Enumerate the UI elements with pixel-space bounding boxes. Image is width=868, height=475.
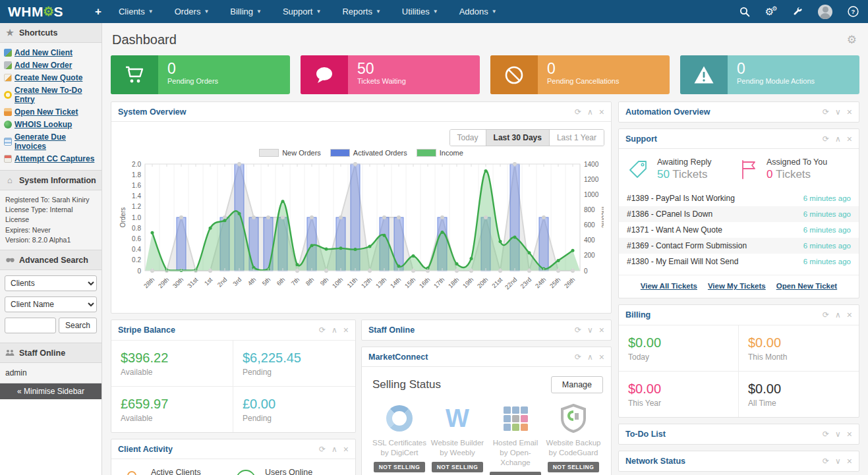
- automation-overview-title: Automation Overview: [625, 107, 710, 117]
- view-all-tickets-link[interactable]: View All Tickets: [641, 282, 697, 290]
- wrench-icon[interactable]: [792, 6, 803, 18]
- sidebar-item-add-new-client[interactable]: Add New Client: [3, 46, 99, 59]
- ticket-row[interactable]: #1371 - Want A New Quote6 minutes ago: [619, 222, 859, 238]
- tag-icon: [628, 159, 649, 180]
- sidebar-item-open-new-ticket[interactable]: Open New Ticket: [3, 105, 99, 118]
- minimise-sidebar-button[interactable]: « Minimise Sidebar: [0, 383, 101, 399]
- product-website-backup[interactable]: Website Backupby CodeGuard NOT SELLING: [545, 403, 602, 475]
- search-input[interactable]: [5, 318, 56, 333]
- dashboard-settings-icon[interactable]: ⚙: [847, 33, 857, 47]
- close-icon[interactable]: ×: [847, 310, 852, 320]
- expand-icon[interactable]: ∨: [587, 326, 593, 334]
- collapse-icon[interactable]: ∧: [587, 108, 593, 116]
- svg-text:28th: 28th: [142, 276, 156, 290]
- product-website-builder[interactable]: W Website Builderby Weebly NOT SELLING: [429, 403, 486, 475]
- advanced-search-header: Advanced Search: [0, 250, 101, 270]
- collapse-icon[interactable]: ∧: [835, 135, 841, 143]
- svg-text:3rd: 3rd: [231, 276, 243, 287]
- stat-card-pending-orders[interactable]: 0Pending Orders: [111, 55, 290, 94]
- sidebar-item-attempt-cc-captures[interactable]: Attempt CC Captures: [3, 152, 99, 165]
- stripe-balance-panel: Stripe Balance ⟳ ∧ × $396.22Available $6…: [111, 320, 356, 433]
- automation-gears-icon[interactable]: ⚙⚙: [765, 6, 777, 18]
- quick-add-button[interactable]: +: [88, 5, 108, 18]
- refresh-icon[interactable]: ⟳: [823, 457, 829, 465]
- sidebar-item-create-new-quote[interactable]: Create New Quote: [3, 71, 99, 84]
- sidebar-item-add-new-order[interactable]: Add New Order: [3, 59, 99, 71]
- svg-text:800: 800: [584, 206, 595, 213]
- svg-text:21st: 21st: [490, 275, 504, 289]
- open-new-ticket-link[interactable]: Open New Ticket: [776, 282, 837, 290]
- refresh-icon[interactable]: ⟳: [823, 135, 829, 143]
- stat-card-pending-module-actions[interactable]: 0Pending Module Actions: [680, 55, 859, 94]
- billing-this-year: $0.00This Year: [619, 372, 739, 417]
- svg-text:6th: 6th: [275, 276, 286, 287]
- menu-clients[interactable]: Clients▼: [108, 0, 164, 23]
- view-my-tickets-link[interactable]: View My Tickets: [708, 282, 766, 290]
- close-icon[interactable]: ×: [847, 457, 852, 466]
- ticket-row[interactable]: #1389 - PayPal Is Not Working6 minutes a…: [619, 190, 859, 206]
- close-icon[interactable]: ×: [599, 107, 604, 117]
- range-today-button[interactable]: Today: [450, 130, 486, 146]
- billing-this-month: $0.00This Month: [739, 325, 859, 372]
- menu-orders[interactable]: Orders▼: [164, 0, 220, 23]
- manage-button[interactable]: Manage: [551, 376, 603, 393]
- close-icon[interactable]: ×: [343, 325, 349, 335]
- refresh-icon[interactable]: ⟳: [319, 326, 326, 334]
- user-avatar[interactable]: [818, 5, 832, 19]
- search-button[interactable]: Search: [59, 318, 97, 333]
- refresh-icon[interactable]: ⟳: [823, 108, 829, 116]
- refresh-icon[interactable]: ⟳: [575, 108, 581, 116]
- refresh-icon[interactable]: ⟳: [575, 326, 581, 334]
- close-icon[interactable]: ×: [599, 325, 604, 335]
- stat-card-tickets-waiting[interactable]: 50Tickets Waiting: [301, 55, 480, 94]
- collapse-icon[interactable]: ∧: [332, 445, 337, 453]
- menu-billing[interactable]: Billing▼: [219, 0, 272, 23]
- close-icon[interactable]: ×: [343, 445, 349, 454]
- collapse-icon[interactable]: ∧: [332, 326, 337, 334]
- system-information-header: ⌂ System Information: [0, 170, 101, 190]
- ticket-row[interactable]: #1386 - CPanel Is Down6 minutes ago: [619, 206, 859, 222]
- marketconnect-title: MarketConnect: [368, 352, 428, 362]
- search-icon[interactable]: [739, 6, 751, 18]
- menu-support[interactable]: Support▼: [272, 0, 332, 23]
- svg-text:11th: 11th: [345, 276, 359, 289]
- close-icon[interactable]: ×: [599, 352, 604, 362]
- expand-icon[interactable]: ∨: [835, 108, 841, 116]
- sidebar-item-generate-due-invoices[interactable]: Generate Due Invoices: [3, 130, 99, 152]
- ticket-row[interactable]: #1369 - Contact Form Submission6 minutes…: [619, 238, 859, 254]
- svg-text:0.4: 0.4: [132, 246, 141, 253]
- menu-utilities[interactable]: Utilities▼: [391, 0, 449, 23]
- close-icon[interactable]: ×: [847, 430, 852, 439]
- refresh-icon[interactable]: ⟳: [319, 445, 326, 453]
- product-ssl-certificates[interactable]: SSL Certificatesby DigiCert NOT SELLING: [371, 403, 428, 475]
- menu-reports[interactable]: Reports▼: [332, 0, 391, 23]
- ticket-row[interactable]: #1380 - My Email Will Not Send6 minutes …: [619, 254, 859, 269]
- close-icon[interactable]: ×: [847, 107, 852, 117]
- svg-text:9th: 9th: [318, 276, 330, 287]
- refresh-icon[interactable]: ⟳: [823, 311, 829, 319]
- collapse-icon[interactable]: ∧: [835, 311, 841, 319]
- collapse-icon[interactable]: ∧: [587, 353, 593, 361]
- close-icon[interactable]: ×: [847, 134, 852, 144]
- search-field-select[interactable]: Client Name: [5, 296, 97, 312]
- billing-title: Billing: [625, 310, 651, 320]
- search-type-select[interactable]: Clients: [5, 275, 97, 291]
- menu-addons[interactable]: Addons▼: [449, 0, 507, 23]
- pending-cancellations-label: Pending Cancellations: [547, 77, 670, 85]
- expand-icon[interactable]: ∨: [835, 430, 841, 438]
- range-last-30-days-button[interactable]: Last 30 Days: [486, 130, 550, 146]
- network-status-panel: Network Status ⟳ ∨ ×: [618, 451, 859, 472]
- svg-text:7th: 7th: [289, 276, 301, 287]
- expand-icon[interactable]: ∨: [835, 457, 841, 465]
- help-icon[interactable]: ?: [847, 6, 859, 18]
- refresh-icon[interactable]: ⟳: [823, 430, 829, 438]
- refresh-icon[interactable]: ⟳: [575, 353, 581, 361]
- sidebar: ★ Shortcuts Add New Client Add New Order…: [0, 23, 102, 475]
- range-last-1-year-button[interactable]: Last 1 Year: [550, 130, 604, 146]
- svg-text:1st: 1st: [203, 275, 214, 287]
- whmcs-logo[interactable]: WHM⚙S: [8, 4, 63, 20]
- sidebar-item-whois-lookup[interactable]: WHOIS Lookup: [3, 118, 99, 130]
- product-hosted-email[interactable]: Hosted Emailby Open-Xchange NOT SELLING: [487, 403, 544, 475]
- stat-card-pending-cancellations[interactable]: 0Pending Cancellations: [490, 55, 670, 94]
- sidebar-item-create-new-todo[interactable]: Create New To-Do Entry: [3, 84, 99, 105]
